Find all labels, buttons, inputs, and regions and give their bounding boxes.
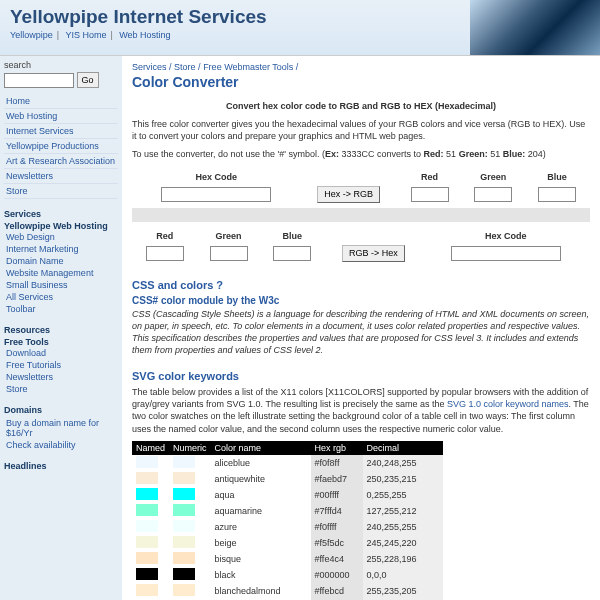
nav-item-5[interactable]: Newsletters (4, 169, 118, 184)
hex-header: Hex Code (134, 171, 299, 183)
service-item-5[interactable]: All Services (4, 291, 118, 303)
swatch-named (136, 536, 158, 548)
swatch-named (136, 456, 158, 468)
color-row: black#0000000,0,0 (132, 567, 443, 583)
hex-to-rgb-block: Hex Code Red Green Blue Hex -> RGB Red (132, 169, 590, 265)
rgb-to-hex-button[interactable]: RGB -> Hex (342, 245, 405, 262)
services-heading: Services (4, 209, 118, 219)
col-named: Named (132, 441, 169, 455)
color-name: antiquewhite (211, 471, 311, 487)
services-list: Web DesignInternet MarketingDomain NameW… (4, 231, 118, 315)
color-hex: #f5f5dc (311, 535, 363, 551)
blue-input[interactable] (273, 246, 311, 261)
red-output[interactable] (411, 187, 449, 202)
service-item-4[interactable]: Small Business (4, 279, 118, 291)
color-name: aquamarine (211, 503, 311, 519)
crumb-store[interactable]: Store (174, 62, 196, 72)
css-subheading: CSS# color module by the W3c (132, 295, 590, 306)
crumb-tools[interactable]: Free Webmaster Tools (203, 62, 293, 72)
color-hex: #f0ffff (311, 519, 363, 535)
color-name: aliceblue (211, 455, 311, 471)
service-item-3[interactable]: Website Management (4, 267, 118, 279)
color-row: antiquewhite#faebd7250,235,215 (132, 471, 443, 487)
color-dec: 240,248,255 (363, 455, 443, 471)
blue-output[interactable] (538, 187, 576, 202)
color-dec: 255,228,196 (363, 551, 443, 567)
color-dec: 245,245,220 (363, 535, 443, 551)
resource-item-1[interactable]: Free Tutorials (4, 359, 118, 371)
header: Yellowpipe Internet Services Yellowpipe|… (0, 0, 600, 56)
nav-item-2[interactable]: Internet Services (4, 124, 118, 139)
color-name: azure (211, 519, 311, 535)
service-item-2[interactable]: Domain Name (4, 255, 118, 267)
hex-to-rgb-button[interactable]: Hex -> RGB (317, 186, 380, 203)
color-row: azure#f0ffff240,255,255 (132, 519, 443, 535)
resource-item-2[interactable]: Newsletters (4, 371, 118, 383)
col-hex: Hex rgb (311, 441, 363, 455)
swatch-named (136, 584, 158, 596)
color-hex: #f0f8ff (311, 455, 363, 471)
green-input[interactable] (210, 246, 248, 261)
service-item-6[interactable]: Toolbar (4, 303, 118, 315)
resource-item-3[interactable]: Store (4, 383, 118, 395)
swatch-numeric (173, 472, 195, 484)
nav-item-1[interactable]: Web Hosting (4, 109, 118, 124)
domain-buy-link[interactable]: Buy a domain name for $16/Yr (4, 417, 118, 439)
nav-item-0[interactable]: Home (4, 94, 118, 109)
topnav-yellowpipe[interactable]: Yellowpipe (10, 30, 53, 40)
color-row: blanchedalmond#ffebcd255,235,205 (132, 583, 443, 599)
resource-item-0[interactable]: Download (4, 347, 118, 359)
color-hex: #ffebcd (311, 583, 363, 599)
svg-heading: SVG color keywords (132, 370, 590, 382)
col-numeric: Numeric (169, 441, 211, 455)
swatch-numeric (173, 584, 195, 596)
hex-output[interactable] (451, 246, 561, 261)
green-header: Green (462, 171, 524, 183)
color-hex: #00ffff (311, 487, 363, 503)
description: Convert hex color code to RGB and RGB to… (132, 100, 590, 161)
svg-keyword-link[interactable]: SVG 1.0 color keyword names (447, 399, 569, 409)
domains-list: Buy a domain name for $16/Yr Check avail… (4, 417, 118, 451)
swatch-named (136, 520, 158, 532)
color-dec: 240,255,255 (363, 519, 443, 535)
swatch-named (136, 568, 158, 580)
red-input[interactable] (146, 246, 184, 261)
domain-check-link[interactable]: Check availability (4, 439, 118, 451)
color-row: aquamarine#7fffd4127,255,212 (132, 503, 443, 519)
nav-item-3[interactable]: Yellowpipe Productions (4, 139, 118, 154)
swatch-named (136, 504, 158, 516)
swatch-named (136, 488, 158, 500)
swatch-numeric (173, 568, 195, 580)
green-output[interactable] (474, 187, 512, 202)
hex-input[interactable] (161, 187, 271, 202)
resources-list: DownloadFree TutorialsNewslettersStore (4, 347, 118, 395)
hex-header-2: Hex Code (423, 230, 588, 242)
headlines-heading: Headlines (4, 461, 118, 471)
color-row: aqua#00ffff0,255,255 (132, 487, 443, 503)
color-dec: 127,255,212 (363, 503, 443, 519)
green-header-2: Green (198, 230, 260, 242)
color-hex: #000000 (311, 567, 363, 583)
swatch-numeric (173, 552, 195, 564)
color-row: beige#f5f5dc245,245,220 (132, 535, 443, 551)
swatch-numeric (173, 488, 195, 500)
nav-item-6[interactable]: Store (4, 184, 118, 199)
topnav-web-hosting[interactable]: Web Hosting (119, 30, 170, 40)
page-title: Color Converter (132, 74, 590, 90)
search-input[interactable] (4, 73, 74, 88)
nav-item-4[interactable]: Art & Research Association (4, 154, 118, 169)
intro-p1: This free color converter gives you the … (132, 118, 590, 142)
color-name: black (211, 567, 311, 583)
red-header: Red (399, 171, 461, 183)
red-header-2: Red (134, 230, 196, 242)
crumb-services[interactable]: Services (132, 62, 167, 72)
topnav-yis-home[interactable]: YIS Home (65, 30, 106, 40)
color-hex: #faebd7 (311, 471, 363, 487)
color-hex: #7fffd4 (311, 503, 363, 519)
nav-main: HomeWeb HostingInternet ServicesYellowpi… (4, 94, 118, 199)
service-item-0[interactable]: Web Design (4, 231, 118, 243)
color-row: bisque#ffe4c4255,228,196 (132, 551, 443, 567)
search-button[interactable]: Go (77, 72, 99, 88)
service-item-1[interactable]: Internet Marketing (4, 243, 118, 255)
intro-p2: To use the converter, do not use the '#'… (132, 148, 590, 160)
